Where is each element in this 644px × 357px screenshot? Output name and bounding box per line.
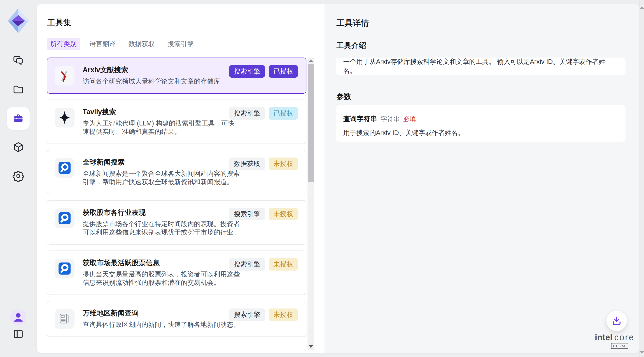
- tool-card[interactable]: LOCAL NEW 获取股市各行业表现 提供股票市场各个行业在特定时间段内的表现…: [47, 200, 306, 245]
- tool-card[interactable]: LOCAL NEW Arxiv文献搜索 访问各个研究领域大量科学论文和文章的存储…: [47, 57, 306, 94]
- tool-icon-tile: LOCAL NEW: [55, 66, 74, 85]
- category-badge: 数据获取: [229, 157, 265, 170]
- download-icon: [611, 315, 622, 327]
- tool-list-scrollbar[interactable]: [308, 57, 314, 350]
- sidebar-item-models[interactable]: [7, 136, 30, 159]
- tool-description: 提供当天交易量最高的股票列表，投资者可以利用这些信息来识别流动性强的股票和潜在的…: [83, 270, 241, 287]
- main-content: 工具集 所有类别 语言翻译 数据获取 搜索引擎: [37, 4, 640, 353]
- tab-1[interactable]: 语言翻译: [86, 38, 119, 50]
- download-button[interactable]: [606, 311, 627, 331]
- q-news-icon: [57, 211, 72, 225]
- scroll-up-arrow-icon[interactable]: [309, 59, 313, 62]
- tool-description: 访问各个研究领域大量科学论文和文章的存储库。: [83, 77, 241, 85]
- toolbox-icon: [12, 112, 24, 125]
- scrollbar-thumb[interactable]: [308, 64, 314, 182]
- param-card: 查询字符串 字符串 必填 用于搜索的Arxiv ID、关键字或作者姓名。: [336, 105, 626, 142]
- settings-gear-icon: [12, 170, 24, 183]
- app-logo-icon: [8, 8, 29, 33]
- sidebar-item-chat[interactable]: [7, 49, 30, 72]
- panel-toggle-icon: [12, 328, 24, 341]
- details-title: 工具详情: [336, 17, 369, 29]
- arxiv-icon: [57, 68, 72, 83]
- tab-label: 数据获取: [128, 39, 155, 48]
- category-tabs: 所有类别 语言翻译 数据获取 搜索引擎: [47, 38, 197, 50]
- panel-toggle-button[interactable]: [7, 325, 30, 344]
- param-name: 查询字符串: [343, 114, 377, 124]
- tools-title: 工具集: [47, 17, 72, 28]
- intro-heading: 工具介绍: [336, 41, 366, 51]
- tool-description: 提供股票市场各个行业在特定时间段内的表现。投资者可以利用这些信息来识别表现优于或…: [83, 220, 241, 237]
- param-description: 用于搜索的Arxiv ID、关键字或作者姓名。: [343, 128, 618, 137]
- tool-card[interactable]: LOCAL NEW 全球新闻搜索 全球新闻搜索是一个聚合全球各大新闻网站内容的搜…: [47, 150, 306, 194]
- folder-icon: [12, 83, 24, 96]
- tab-label: 语言翻译: [90, 39, 116, 48]
- tab-0[interactable]: 所有类别: [47, 38, 80, 50]
- ultra-badge: ULTRA: [611, 343, 628, 349]
- details-panel: 工具详情 工具介绍 一个用于从Arxiv存储库搜索科学论文和文章的工具。 输入可…: [324, 4, 640, 353]
- intro-card: 一个用于从Arxiv存储库搜索科学论文和文章的工具。 输入可以是Arxiv ID…: [336, 57, 626, 75]
- tool-icon-tile: LOCAL NEW: [55, 158, 74, 178]
- q-news-icon: [57, 161, 72, 175]
- scroll-down-arrow-icon[interactable]: [309, 345, 313, 348]
- tool-card[interactable]: LOCAL NEW 获取市场最活跃股票信息 提供当天交易量最高的股票列表，投资者…: [47, 251, 306, 295]
- intel-core-ultra-logo: intelcore ULTRA: [595, 333, 629, 342]
- auth-status-badge: 未授权: [269, 157, 298, 170]
- local-news-icon: LOCAL NEW: [57, 312, 72, 326]
- sidebar: [0, 0, 37, 357]
- tool-icon-tile: LOCAL NEW: [55, 259, 74, 279]
- page-scroll-up-icon[interactable]: [640, 6, 644, 9]
- tavily-icon: [57, 110, 72, 125]
- tab-label: 所有类别: [50, 39, 76, 48]
- q-news-icon: [57, 261, 72, 276]
- tool-icon-tile: LOCAL NEW: [55, 108, 74, 127]
- category-badge: 搜索引擎: [229, 309, 265, 321]
- tool-description: 专为人工智能代理 (LLM) 构建的搜索引擎工具，可快速提供实时、准确和真实的结…: [83, 119, 241, 136]
- auth-status-badge: 已授权: [269, 65, 298, 78]
- tab-3[interactable]: 搜索引擎: [164, 38, 197, 50]
- tab-label: 搜索引擎: [168, 39, 194, 48]
- tool-card[interactable]: LOCAL NEW Tavily搜索 专为人工智能代理 (LLM) 构建的搜索引…: [47, 99, 306, 144]
- category-badge: 搜索引擎: [229, 107, 265, 120]
- tool-icon-tile: LOCAL NEW: [55, 309, 74, 329]
- param-type: 字符串: [381, 115, 400, 123]
- category-badge: 搜索引擎: [229, 258, 265, 271]
- tab-2[interactable]: 数据获取: [125, 38, 158, 50]
- user-avatar[interactable]: [10, 309, 26, 326]
- tool-card[interactable]: LOCAL NEW 万维地区新闻查询 查询具体行政区划内的新闻，快速了解各地新闻…: [47, 301, 306, 337]
- tool-icon-tile: LOCAL NEW: [55, 208, 74, 228]
- auth-status-badge: 未授权: [269, 309, 298, 321]
- tool-description: 全球新闻搜索是一个聚合全球各大新闻网站内容的搜索引擎，帮助用户快速获取全球最新资…: [83, 169, 241, 186]
- cube-icon: [12, 141, 24, 154]
- auth-status-badge: 未授权: [269, 258, 298, 271]
- auth-status-badge: 已授权: [269, 107, 298, 120]
- svg-text:NEW: NEW: [62, 317, 64, 318]
- page-scrollbar[interactable]: [640, 0, 644, 357]
- auth-status-badge: 未授权: [269, 208, 298, 220]
- sidebar-item-settings[interactable]: [7, 165, 30, 188]
- page-scroll-down-icon[interactable]: [640, 351, 644, 354]
- tool-list: LOCAL NEW Arxiv文献搜索 访问各个研究领域大量科学论文和文章的存储…: [47, 57, 306, 353]
- app-root: 工具集 所有类别 语言翻译 数据获取 搜索引擎: [0, 0, 644, 357]
- sidebar-item-tools[interactable]: [7, 107, 30, 130]
- intro-text: 一个用于从Arxiv存储库搜索科学论文和文章的工具。 输入可以是Arxiv ID…: [343, 57, 618, 75]
- param-row: 查询字符串 字符串 必填: [343, 114, 618, 124]
- intel-wordmark: intel: [595, 333, 612, 342]
- param-required-badge: 必填: [403, 115, 416, 123]
- chat-icon: [12, 55, 24, 67]
- params-heading: 参数: [336, 92, 351, 102]
- category-badge: 搜索引擎: [229, 65, 265, 78]
- sidebar-item-files[interactable]: [7, 78, 30, 101]
- tool-description: 查询具体行政区划内的新闻，快速了解各地新闻动态。: [83, 321, 241, 329]
- core-wordmark: core: [614, 333, 634, 342]
- category-badge: 搜索引擎: [229, 208, 265, 220]
- tools-panel: 工具集 所有类别 语言翻译 数据获取 搜索引擎: [37, 4, 324, 353]
